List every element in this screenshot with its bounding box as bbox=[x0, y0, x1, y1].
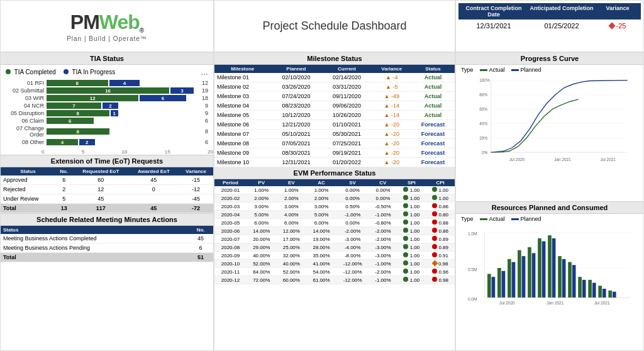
tia-row-wir: 03 WIR 12 6 18 bbox=[6, 95, 208, 101]
scurve-title: Progress S Curve bbox=[456, 53, 643, 65]
bar-planned bbox=[613, 292, 616, 298]
tia-title: TIA Status bbox=[1, 53, 213, 65]
tia-bar-green-ncr: 7 bbox=[47, 103, 101, 109]
resources-legend: Type Actual Planned bbox=[456, 214, 643, 224]
tia-axis: 05101520 bbox=[1, 149, 213, 155]
resources-svg: 1.0M 0.5M 0.0M bbox=[461, 226, 638, 309]
ms-row-2: Milestone 0203/26/202003/31/2020▲ -5Actu… bbox=[214, 82, 455, 92]
resources-panel: Resources Planned and Consumed Type Actu… bbox=[456, 202, 643, 350]
ms-row-5: Milestone 0510/12/202010/26/2020▲ -14Act… bbox=[214, 111, 455, 120]
spi-icon bbox=[403, 260, 408, 265]
eot-row-rejected: Rejected2120-12 bbox=[1, 185, 213, 194]
variance-value: -25 bbox=[596, 22, 640, 30]
contract-date-label: Contract Completion Date bbox=[460, 5, 528, 18]
bar-planned bbox=[542, 242, 546, 298]
logo-panel: PMWeb® Plan | Build | Operate™ bbox=[0, 0, 214, 52]
logo-tagline: Plan | Build | Operate™ bbox=[67, 35, 147, 42]
scurve-actual-icon bbox=[480, 69, 487, 71]
tia-label-submittal: 02 Submittal bbox=[6, 87, 47, 94]
spi-icon bbox=[403, 269, 408, 274]
eot-col-status: Status bbox=[1, 167, 55, 176]
scurve-chart: 100% 80% 60% 40% 20% 0% bbox=[456, 75, 643, 169]
svg-text:Jan 2021: Jan 2021 bbox=[547, 301, 564, 305]
scurve-svg: 100% 80% 60% 40% 20% 0% bbox=[461, 77, 638, 167]
evm-row-2020-04: 2020-045.00%4.00%5.00%-1.00%-1.00% 1.00 … bbox=[214, 211, 455, 219]
tia-bar-green-other: 4 bbox=[47, 139, 78, 145]
bar-actual bbox=[538, 238, 541, 298]
bar-planned bbox=[532, 253, 536, 298]
bar-actual bbox=[487, 274, 491, 298]
resources-actual-icon bbox=[480, 218, 487, 220]
cpi-icon bbox=[432, 195, 437, 200]
tia-label-ncr: 04 NCR bbox=[6, 103, 47, 109]
cpi-warn-icon bbox=[431, 260, 438, 266]
cpi-icon bbox=[432, 236, 437, 241]
cpi-icon bbox=[432, 220, 437, 225]
spi-icon bbox=[403, 220, 408, 225]
tia-bar-blue-wir: 6 bbox=[140, 95, 186, 101]
logo: PMWeb® bbox=[70, 11, 143, 34]
bar-planned bbox=[492, 277, 496, 298]
evm-table: PeriodPVEVACSVCVSPICPI 2020-011.00%1.00%… bbox=[214, 179, 455, 284]
meeting-table: Status No. Meeting Business Actions Comp… bbox=[1, 226, 213, 262]
tia-bar-blue-rfi: 4 bbox=[109, 80, 140, 86]
resources-chart: 1.0M 0.5M 0.0M bbox=[456, 224, 643, 312]
tia-bar-green-disruption: 8 bbox=[47, 110, 109, 116]
tia-row-rfi: 01 RFI 8 4 12 bbox=[6, 80, 208, 86]
evm-row-2020-05: 2020-056.00%6.00%6.00%0.00%-0.80% 1.00 0… bbox=[214, 219, 455, 227]
bar-actual bbox=[548, 235, 552, 298]
eot-row-underreview: Under Review545-45 bbox=[1, 194, 213, 204]
ms-col-current: Current bbox=[321, 65, 372, 73]
spi-icon bbox=[403, 211, 408, 216]
evm-panel: EVM Performance Status PeriodPVEVACSVCVS… bbox=[214, 167, 455, 350]
ms-row-4: Milestone 0408/23/202009/06/2020▲ -14Act… bbox=[214, 101, 455, 111]
evm-row-2020-03: 2020-033.00%3.00%3.00%0.50%-0.50% 1.00 0… bbox=[214, 203, 455, 211]
right-column: Progress S Curve Type Actual Planned 100… bbox=[455, 52, 644, 351]
spi-icon bbox=[403, 277, 408, 282]
eot-panel: Extension of Time (EoT) Requests Status … bbox=[1, 155, 213, 214]
tia-total-wir: 18 bbox=[202, 95, 208, 101]
evm-row-2020-01: 2020-011.00%1.00%1.00%0.00%0.00% 1.00 1.… bbox=[214, 186, 455, 194]
tia-bars: 01 RFI 8 4 12 02 Submittal 16 3 19 bbox=[1, 79, 213, 149]
cpi-icon bbox=[432, 203, 437, 208]
resources-planned-legend: Planned bbox=[511, 216, 541, 222]
spi-icon bbox=[403, 195, 408, 200]
svg-text:0.0M: 0.0M bbox=[468, 297, 477, 301]
logo-web-text: Web bbox=[99, 11, 140, 34]
tia-label-claim: 06 Claim bbox=[6, 118, 47, 124]
tia-bar-green-claim: 6 bbox=[47, 118, 94, 124]
tia-row-changeorder: 07 Change Order 8 8 bbox=[6, 125, 208, 138]
tia-total-disruption: 9 bbox=[205, 110, 208, 116]
svg-text:Jul 2021: Jul 2021 bbox=[594, 301, 610, 305]
bar-actual bbox=[608, 291, 612, 298]
tia-row-claim: 06 Claim 6 6 bbox=[6, 118, 208, 124]
scurve-planned-legend: Planned bbox=[511, 67, 541, 73]
meeting-col-status: Status bbox=[1, 226, 188, 234]
eot-row-approved: Approved66045-15 bbox=[1, 176, 213, 185]
bar-actual bbox=[588, 280, 592, 298]
bar-planned bbox=[602, 289, 606, 298]
tia-bar-green-changeorder: 8 bbox=[47, 128, 109, 135]
ms-row-7: Milestone 0705/10/202105/30/2021▲ -20For… bbox=[214, 130, 455, 139]
eot-col-awarded: Awarded EoT bbox=[129, 167, 179, 176]
resources-planned-icon bbox=[511, 218, 519, 220]
bar-planned bbox=[552, 238, 556, 298]
tia-bar-blue-other: 2 bbox=[79, 139, 95, 145]
svg-text:80%: 80% bbox=[479, 92, 487, 97]
tia-row-ncr: 04 NCR 7 2 9 bbox=[6, 103, 208, 109]
milestone-panel: Milestone Status Milestone Planned Curre… bbox=[214, 53, 455, 167]
tia-more-button[interactable]: ... bbox=[201, 67, 208, 77]
tia-bar-green-wir: 12 bbox=[47, 95, 138, 101]
tia-row-disruption: 05 Disruption 8 1 9 bbox=[6, 110, 208, 116]
tia-total-rfi: 12 bbox=[202, 80, 208, 86]
tia-legend-inprogress: TIA In Progress bbox=[64, 69, 116, 75]
ms-col-milestone: Milestone bbox=[214, 65, 271, 73]
left-column: TIA Status TIA Completed TIA In Progress… bbox=[0, 52, 214, 351]
cpi-icon bbox=[432, 211, 437, 216]
evm-row-2020-11: 2020-1164.00%52.00%54.00%-12.00%-2.00% 1… bbox=[214, 268, 455, 276]
bar-actual bbox=[598, 286, 602, 298]
variance-icon bbox=[608, 22, 615, 29]
resources-actual-legend: Actual bbox=[480, 216, 505, 222]
meeting-title: Schedule Related Meeting Minutes Actions bbox=[1, 214, 213, 226]
scurve-planned-icon bbox=[511, 69, 519, 71]
